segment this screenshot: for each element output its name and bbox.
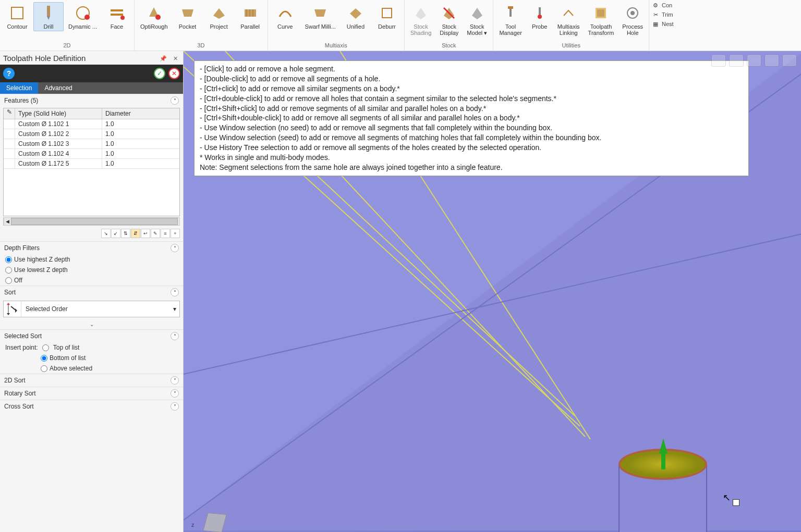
ribbon-extra-con[interactable]: ⚙Con xyxy=(651,1,674,9)
ribbon-group-3d: OptiRough Pocket Project Parallel 3D xyxy=(135,0,268,51)
tb-btn[interactable]: ≡ xyxy=(161,229,170,238)
radio-off[interactable]: Off xyxy=(0,275,183,286)
cancel-icon[interactable]: ✕ xyxy=(168,68,180,79)
ribbon-deburr[interactable]: Deburr xyxy=(372,2,402,31)
col-diameter[interactable]: Diameter xyxy=(102,108,179,119)
axis-label-z: z xyxy=(191,522,195,528)
svg-point-26 xyxy=(538,15,542,19)
expand-2d-sort[interactable]: ˅ xyxy=(171,376,179,385)
chevron-down-icon[interactable]: ▾ xyxy=(170,305,179,313)
ribbon-unified[interactable]: Unified xyxy=(341,2,371,31)
ribbon-optirough[interactable]: OptiRough xyxy=(137,2,172,31)
table-row[interactable]: Custom Ø 1.172 51.0 xyxy=(4,159,179,169)
ribbon-project[interactable]: Project xyxy=(204,2,234,31)
stock-display-icon xyxy=(440,4,458,22)
table-row[interactable]: Custom Ø 1.102 41.0 xyxy=(4,149,179,159)
optirough-icon xyxy=(144,4,163,22)
ribbon-tool-manager[interactable]: Tool Manager xyxy=(495,2,525,38)
cross-sort-label: Cross Sort xyxy=(4,403,34,410)
ribbon-dynamic[interactable]: Dynamic ... xyxy=(65,2,101,31)
view-controls xyxy=(711,54,797,67)
radio-above-selected[interactable]: Above selected xyxy=(0,363,183,374)
features-label: Features (5) xyxy=(4,97,38,104)
tab-advanced[interactable]: Advanced xyxy=(38,82,78,94)
ribbon-face[interactable]: Face xyxy=(102,2,132,31)
features-toolbar: ↘ ↙ ⇅ ⇵ ↩ ✎ ≡ + xyxy=(0,228,183,241)
expand-rotary-sort[interactable]: ˅ xyxy=(171,389,179,398)
tb-btn[interactable]: ↘ xyxy=(101,229,111,238)
expand-cross-sort[interactable]: ˅ xyxy=(171,402,179,411)
ribbon-stock-display[interactable]: Stock Display xyxy=(436,2,462,38)
collapse-selected-sort[interactable]: ˄ xyxy=(171,332,179,340)
collapse-features[interactable]: ˄ xyxy=(171,96,179,105)
features-hscroll[interactable]: ◀ ▶ xyxy=(3,217,180,226)
tab-selection[interactable]: Selection xyxy=(0,82,38,94)
svg-marker-2 xyxy=(47,16,50,20)
svg-rect-5 xyxy=(111,9,123,11)
view-btn[interactable] xyxy=(764,54,779,67)
ribbon-group-2d: Contour Drill Dynamic ... Face 2D xyxy=(0,0,135,51)
table-row[interactable]: Custom Ø 1.102 21.0 xyxy=(4,129,179,139)
collapse-sort[interactable]: ˄ xyxy=(171,288,179,296)
ribbon-contour[interactable]: Contour xyxy=(2,2,32,31)
ribbon-multiaxis-linking[interactable]: Multiaxis Linking xyxy=(554,2,584,38)
tb-btn[interactable]: ↩ xyxy=(141,229,150,238)
pin-icon[interactable]: 📌 xyxy=(157,55,169,61)
radio-bottom-of-list[interactable]: Bottom of list xyxy=(0,353,183,363)
probe-icon xyxy=(530,4,549,22)
chevron-down-icon[interactable]: ⌄ xyxy=(90,321,94,327)
ok-icon[interactable]: ✓ xyxy=(154,68,165,79)
ribbon-toolpath-transform[interactable]: Toolpath Transform xyxy=(585,2,618,38)
view-btn[interactable] xyxy=(711,54,726,67)
process-hole-icon xyxy=(623,4,642,22)
ribbon-process-hole[interactable]: Process Hole xyxy=(618,2,647,38)
svg-rect-0 xyxy=(11,7,23,19)
ribbon-stock-shading[interactable]: Stock Shading xyxy=(407,2,435,38)
viewport-3d[interactable]: ↖ - [Click] to add or remove a hole segm… xyxy=(184,51,801,532)
ribbon-group-utilities: Tool Manager Probe Multiaxis Linking Too… xyxy=(493,0,649,51)
ribbon-extra-nest[interactable]: ▦Nest xyxy=(651,20,674,28)
svg-point-4 xyxy=(84,15,90,20)
ribbon-curve[interactable]: Curve xyxy=(270,2,300,31)
view-btn[interactable] xyxy=(747,54,761,67)
ribbon-swarf[interactable]: Swarf Milli... xyxy=(301,2,339,31)
radio-lowest-z[interactable]: Use lowest Z depth xyxy=(0,265,183,275)
svg-marker-18 xyxy=(382,8,392,18)
ribbon-drill[interactable]: Drill xyxy=(33,2,64,31)
collapse-depth[interactable]: ˄ xyxy=(171,244,179,252)
radio-top-of-list[interactable] xyxy=(42,344,49,351)
col-edit-icon[interactable]: ✎ xyxy=(4,108,15,119)
close-icon[interactable]: ✕ xyxy=(171,55,180,61)
table-row[interactable]: Custom Ø 1.102 31.0 xyxy=(4,139,179,149)
radio-highest-z[interactable]: Use highest Z depth xyxy=(0,254,183,265)
drill-icon xyxy=(39,4,58,22)
sort-select[interactable]: Selected Order ▾ xyxy=(3,301,180,317)
tb-btn[interactable]: ↙ xyxy=(111,229,120,238)
view-btn[interactable] xyxy=(782,54,797,67)
tb-btn[interactable]: ⇅ xyxy=(121,229,130,238)
ribbon-probe[interactable]: Probe xyxy=(527,2,553,31)
table-row[interactable]: Custom Ø 1.102 11.0 xyxy=(4,119,179,129)
stock-shading-icon xyxy=(411,4,430,22)
ribbon-parallel[interactable]: Parallel xyxy=(235,2,265,31)
contour-icon xyxy=(8,4,27,22)
ribbon-extra-trim[interactable]: ✂Trim xyxy=(651,10,674,19)
view-btn[interactable] xyxy=(729,54,744,67)
ribbon-pocket[interactable]: Pocket xyxy=(173,2,203,31)
help-icon[interactable]: ? xyxy=(3,68,15,79)
svg-marker-34 xyxy=(15,308,17,313)
selection-hint-tooltip: - [Click] to add or remove a hole segmen… xyxy=(194,60,749,176)
face-icon xyxy=(107,4,126,22)
sort-2d-label: 2D Sort xyxy=(4,377,26,384)
tb-btn[interactable]: ✎ xyxy=(151,229,160,238)
tb-btn[interactable]: + xyxy=(171,229,180,238)
depth-filters-label: Depth Filters xyxy=(4,244,40,252)
scroll-thumb[interactable] xyxy=(11,218,178,225)
tool-manager-icon xyxy=(501,4,520,22)
nest-icon: ▦ xyxy=(651,20,660,28)
tb-btn[interactable]: ⇵ xyxy=(131,229,140,238)
scroll-left-icon[interactable]: ◀ xyxy=(4,218,11,225)
svg-marker-33 xyxy=(7,313,10,315)
col-type[interactable]: Type (Solid Hole) xyxy=(15,108,102,119)
ribbon-stock-model[interactable]: Stock Model ▾ xyxy=(463,2,491,38)
